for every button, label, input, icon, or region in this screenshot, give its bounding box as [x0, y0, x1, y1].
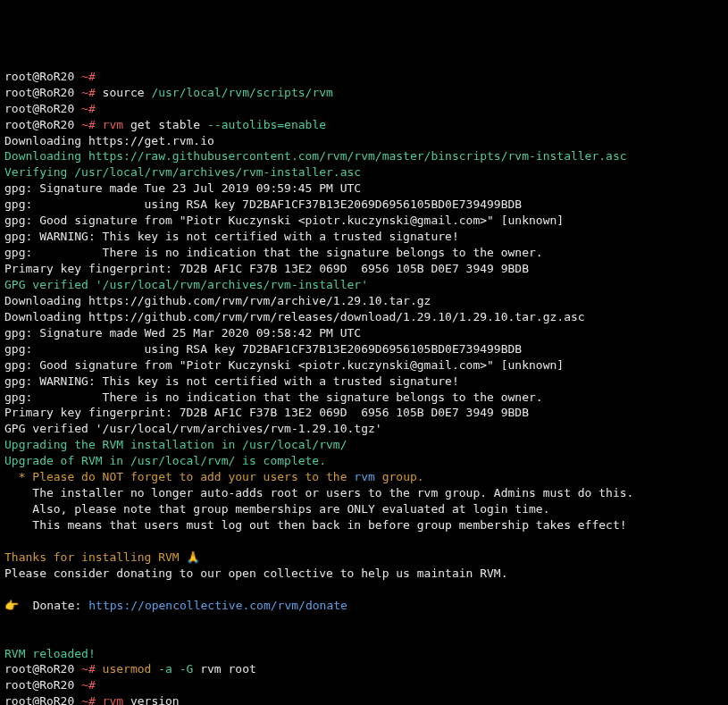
output-line: gpg: Good signature from "Piotr Kuczynsk… [4, 358, 564, 372]
output-line: gpg: WARNING: This key is not certified … [4, 374, 459, 388]
output-line: Downloading https://github.com/rvm/rvm/a… [4, 294, 431, 307]
output-line: GPG verified '/usr/local/rvm/archives/rv… [4, 422, 382, 435]
prompt-line: root@RoR20 ~# [4, 102, 96, 115]
output-line: Verifying /usr/local/rvm/archives/rvm-in… [4, 165, 361, 179]
output-line: gpg: There is no indication that the sig… [4, 246, 543, 259]
output-line: gpg: using RSA key 7D2BAF1CF37B13E2069D6… [4, 342, 522, 356]
output-line: GPG verified '/usr/local/rvm/archives/rv… [4, 278, 368, 291]
output-line: gpg: Signature made Wed 25 Mar 2020 09:5… [4, 326, 361, 340]
output-line: Downloading https://raw.githubuserconten… [4, 149, 627, 163]
output-line: Downloading https://get.rvm.io [4, 134, 214, 147]
prompt-line: root@RoR20 ~# source /usr/local/rvm/scri… [4, 86, 333, 99]
prompt-line: root@RoR20 ~# [4, 678, 96, 692]
cmd-source: source [103, 86, 145, 99]
prompt-tilde: ~# [81, 70, 96, 83]
output-line: gpg: There is no indication that the sig… [4, 390, 543, 404]
output-line: This means that users must log out then … [4, 518, 627, 532]
output-line: The installer no longer auto-adds root o… [4, 486, 633, 499]
output-line: Primary key fingerprint: 7D2B AF1C F37B … [4, 262, 529, 275]
cmd-rvm: rvm [103, 118, 123, 131]
output-line: 👉 Donate: https://opencollective.com/rvm… [4, 599, 347, 612]
prompt-line: root@RoR20 ~# usermod -a -G rvm root [4, 662, 256, 676]
user-host: root@RoR20 [4, 70, 74, 83]
output-line: Downloading https://github.com/rvm/rvm/r… [4, 310, 585, 323]
terminal[interactable]: root@RoR20 ~# root@RoR20 ~# source /usr/… [4, 69, 724, 705]
source-path: /usr/local/rvm/scripts/rvm [151, 86, 333, 99]
output-line: RVM reloaded! [4, 647, 96, 660]
output-line: Upgrading the RVM installation in /usr/l… [4, 438, 347, 451]
output-line: Also, please note that group memberships… [4, 502, 549, 516]
cmd-autolibs: --autolibs=enable [207, 118, 326, 131]
output-line: gpg: Signature made Tue 23 Jul 2019 09:5… [4, 181, 361, 195]
output-line: gpg: Good signature from "Piotr Kuczynsk… [4, 214, 564, 227]
output-line: Upgrade of RVM in /usr/local/rvm/ is com… [4, 454, 326, 467]
output-line: gpg: WARNING: This key is not certified … [4, 230, 459, 243]
prompt-line: root@RoR20 ~# [4, 70, 96, 83]
cmd-usermod: usermod [103, 662, 152, 676]
output-line: Please consider donating to our open col… [4, 567, 508, 580]
cmd-get-stable: get stable [130, 118, 200, 131]
prompt-line: root@RoR20 ~# rvm version [4, 694, 180, 705]
donate-link[interactable]: https://opencollective.com/rvm/donate [88, 599, 347, 612]
output-line: gpg: using RSA key 7D2BAF1CF37B13E2069D6… [4, 197, 522, 211]
prompt-line: root@RoR20 ~# rvm get stable --autolibs=… [4, 118, 326, 131]
output-line: * Please do NOT forget to add your users… [4, 470, 424, 483]
output-line: Thanks for installing RVM 🙏 [4, 550, 201, 564]
output-line: Primary key fingerprint: 7D2B AF1C F37B … [4, 406, 529, 419]
